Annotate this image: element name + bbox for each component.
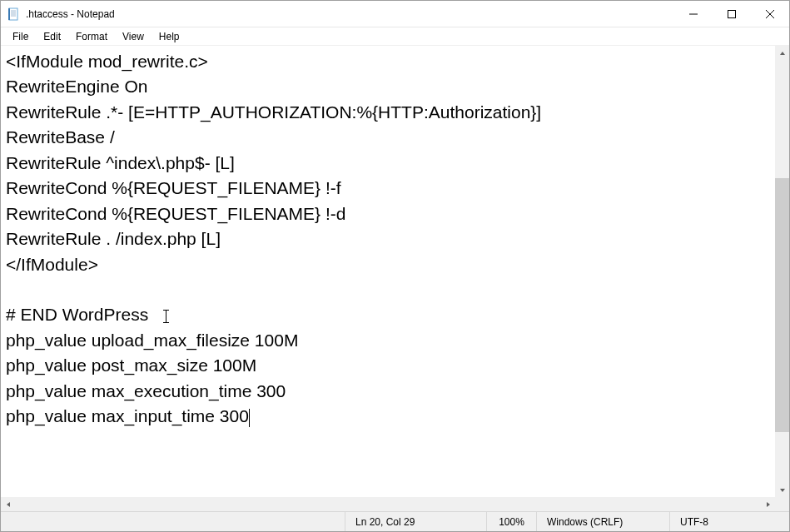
status-zoom: 100% [487,512,537,531]
scroll-track[interactable] [775,60,789,483]
menu-edit[interactable]: Edit [37,29,67,44]
hscroll-thumb[interactable] [15,497,761,511]
scrollbar-corner [775,497,789,511]
menu-format[interactable]: Format [69,29,114,44]
scroll-up-arrow-icon[interactable] [775,46,789,60]
status-line-ending: Windows (CRLF) [537,512,670,531]
menu-view[interactable]: View [116,29,151,44]
scroll-down-arrow-icon[interactable] [775,483,789,497]
vertical-scrollbar[interactable] [775,46,789,497]
editor-container: <IfModule mod_rewrite.c> RewriteEngine O… [1,46,789,497]
statusbar: Ln 20, Col 29 100% Windows (CRLF) UTF-8 [1,511,789,531]
maximize-button[interactable] [713,1,751,27]
titlebar: .htaccess - Notepad [1,1,789,27]
status-encoding: UTF-8 [670,512,789,531]
window-title: .htaccess - Notepad [26,8,115,20]
scroll-left-arrow-icon[interactable] [1,497,15,511]
status-position: Ln 20, Col 29 [345,512,487,531]
hscroll-track[interactable] [15,497,761,511]
scroll-thumb[interactable] [775,178,789,432]
window-controls [674,1,789,27]
minimize-button[interactable] [674,1,713,27]
text-cursor-icon [163,310,169,323]
menu-file[interactable]: File [6,29,35,44]
svg-rect-7 [728,10,736,17]
menu-help[interactable]: Help [152,29,186,44]
status-empty [1,512,345,531]
notepad-icon [7,7,21,21]
menubar: File Edit Format View Help [1,27,789,46]
scroll-right-arrow-icon[interactable] [761,497,775,511]
close-button[interactable] [751,1,789,27]
text-editor[interactable]: <IfModule mod_rewrite.c> RewriteEngine O… [1,46,775,497]
horizontal-scrollbar[interactable] [1,497,775,511]
caret [249,409,250,427]
